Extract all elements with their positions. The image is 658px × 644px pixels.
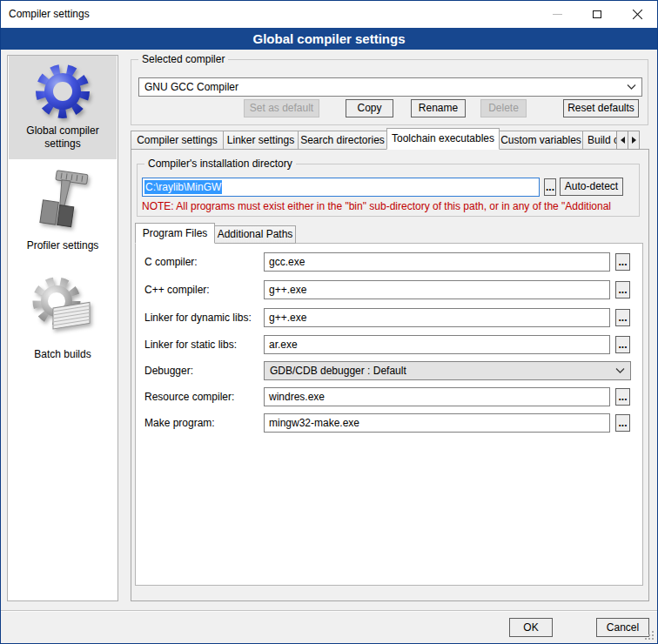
linker-dynamic-browse-button[interactable]: ... [615,309,630,326]
sidebar-item-global-compiler-settings[interactable]: Global compiler settings [9,56,117,159]
installation-directory-browse-button[interactable]: ... [544,178,556,196]
debugger-dropdown[interactable]: GDB/CDB debugger : Default [264,361,631,380]
toolchain-subtabs: Program Files Additional Paths [135,223,296,244]
tab-compiler-settings[interactable]: Compiler settings [131,131,224,150]
tab-custom-variables[interactable]: Custom variables [499,131,583,150]
field-row-debugger: Debugger: GDB/CDB debugger : Default [136,361,642,380]
compiler-settings-window: Compiler settings Global compiler settin… [0,0,658,644]
c-compiler-label: C compiler: [144,256,198,268]
set-as-default-button[interactable]: Set as default [244,99,319,117]
c-compiler-browse-button[interactable]: ... [615,253,630,271]
copy-button[interactable]: Copy [346,99,393,117]
c-compiler-input[interactable]: gcc.exe [264,252,610,272]
make-program-input[interactable]: mingw32-make.exe [264,413,610,433]
selected-compiler-dropdown[interactable]: GNU GCC Compiler [138,77,642,97]
tab-toolchain-executables[interactable]: Toolchain executables [386,128,500,150]
tab-build-options[interactable]: Build options [582,131,617,150]
tab-scroll-buttons [617,131,640,150]
cpp-compiler-browse-button[interactable]: ... [615,281,630,299]
debugger-value: GDB/CDB debugger : Default [270,362,615,379]
sidebar-item-label: Global compiler settings [9,124,117,151]
maximize-button[interactable] [577,1,617,28]
minimize-icon [553,14,562,15]
tab-scroll-right-button[interactable] [628,131,640,150]
close-button[interactable] [617,1,657,28]
linker-static-label: Linker for static libs: [144,339,237,351]
scroll-left-icon [621,137,625,144]
field-row-cpp-compiler: C++ compiler: g++.exe ... [136,280,642,299]
subtab-program-files[interactable]: Program Files [135,223,215,244]
tab-scroll-left-button[interactable] [616,131,628,150]
dialog-header: Global compiler settings [1,28,657,50]
resource-compiler-label: Resource compiler: [144,391,234,403]
cancel-button[interactable]: Cancel [596,618,649,637]
installation-directory-value: C:\raylib\MinGW [144,180,222,194]
gear-stack-icon [32,272,93,346]
close-icon [632,9,643,20]
make-program-browse-button[interactable]: ... [615,414,630,432]
linker-dynamic-label: Linker for dynamic libs: [144,312,252,324]
chevron-down-icon [615,368,625,373]
program-files-panel: C compiler: gcc.exe ... C++ compiler: g+… [135,243,643,586]
cpp-compiler-input[interactable]: g++.exe [264,280,610,299]
chevron-down-icon [627,84,636,90]
rename-button[interactable]: Rename [411,99,466,117]
reset-defaults-button[interactable]: Reset defaults [563,99,639,117]
tab-search-directories[interactable]: Search directories [298,131,387,150]
installation-directory-group: Compiler's installation directory C:\ray… [137,164,640,217]
resize-grip[interactable] [645,638,647,640]
maximize-icon [593,10,601,18]
gear-blue-icon [32,60,93,123]
linker-static-browse-button[interactable]: ... [615,336,630,353]
minimize-button[interactable] [537,1,577,28]
linker-static-input[interactable]: ar.exe [264,335,610,354]
sidebar-item-batch-builds[interactable]: Batch builds [9,267,117,366]
field-row-c-compiler: C compiler: gcc.exe ... [136,252,642,272]
ok-button[interactable]: OK [509,618,553,637]
toolchain-executables-panel: Compiler's installation directory C:\ray… [131,149,649,601]
subtab-additional-paths[interactable]: Additional Paths [214,225,296,244]
debugger-label: Debugger: [144,365,193,377]
installation-directory-group-label: Compiler's installation directory [144,158,296,170]
sidebar: Global compiler settings Profiler settin… [7,55,118,601]
footer-divider [1,610,657,612]
selected-compiler-group-label: Selected compiler [138,53,228,65]
installation-directory-input[interactable]: C:\raylib\MinGW [142,178,540,197]
window-title: Compiler settings [9,1,90,28]
main-tabs: Compiler settings Linker settings Search… [131,128,640,150]
scroll-right-icon [632,137,636,144]
resource-compiler-browse-button[interactable]: ... [615,388,630,406]
field-row-linker-static: Linker for static libs: ar.exe ... [136,335,642,354]
selected-compiler-value: GNU GCC Compiler [144,78,627,96]
sidebar-item-label: Batch builds [9,348,117,361]
sidebar-item-profiler-settings[interactable]: Profiler settings [9,164,117,259]
field-row-linker-dynamic: Linker for dynamic libs: g++.exe ... [136,308,642,327]
bin-subdirectory-note: NOTE: All programs must exist either in … [142,200,638,212]
delete-button[interactable]: Delete [480,99,527,117]
field-row-make-program: Make program: mingw32-make.exe ... [136,413,642,433]
linker-dynamic-input[interactable]: g++.exe [264,308,610,327]
make-program-label: Make program: [144,417,215,429]
caliper-icon [32,168,93,238]
auto-detect-button[interactable]: Auto-detect [560,178,623,196]
titlebar: Compiler settings [1,1,657,28]
resource-compiler-input[interactable]: windres.exe [264,387,610,406]
field-row-resource-compiler: Resource compiler: windres.exe ... [136,387,642,406]
cpp-compiler-label: C++ compiler: [144,284,210,296]
sidebar-item-label: Profiler settings [9,239,117,252]
dialog-header-title: Global compiler settings [252,31,405,46]
caption-buttons [537,1,657,28]
tab-linker-settings[interactable]: Linker settings [223,131,299,150]
selected-compiler-group: Selected compiler GNU GCC Compiler Set a… [131,59,648,125]
